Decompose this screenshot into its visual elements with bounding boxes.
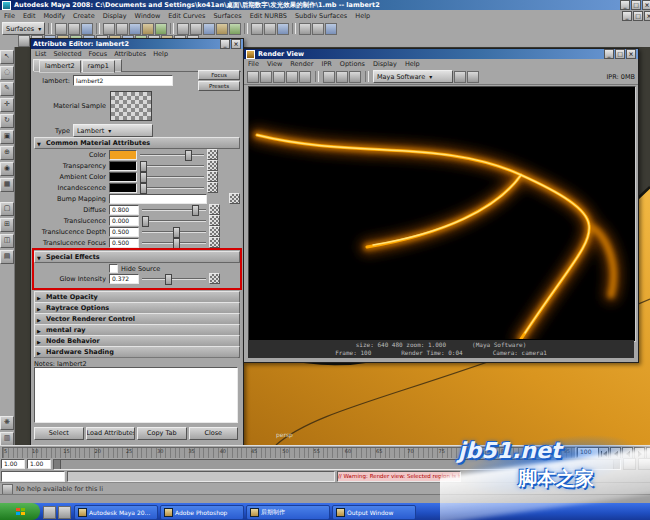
snap-plane-icon[interactable] bbox=[216, 23, 228, 35]
map-button[interactable] bbox=[209, 237, 220, 248]
color-slider[interactable] bbox=[140, 150, 204, 159]
map-button[interactable] bbox=[209, 226, 220, 237]
last-tool-icon[interactable]: ▦ bbox=[0, 178, 14, 192]
node-name-field[interactable]: lambert2 bbox=[73, 75, 173, 86]
render-current-frame-icon[interactable] bbox=[299, 23, 311, 35]
scene-close-icon[interactable] bbox=[644, 11, 650, 21]
menu-item[interactable]: File bbox=[248, 60, 259, 68]
menu-item[interactable]: View bbox=[267, 60, 282, 68]
rotate-tool-icon[interactable]: ↻ bbox=[0, 114, 14, 128]
help-toggle-icon[interactable] bbox=[2, 484, 13, 495]
snap-grid-icon[interactable] bbox=[177, 23, 189, 35]
range-end-handle[interactable] bbox=[613, 460, 620, 469]
menu-item[interactable]: Attributes bbox=[114, 50, 146, 58]
menu-item[interactable]: Display bbox=[373, 60, 397, 68]
playback-start-field[interactable]: 1.00 bbox=[27, 459, 51, 469]
menu-item[interactable]: Create bbox=[73, 12, 95, 20]
show-manip-icon[interactable]: ◉ bbox=[0, 162, 14, 176]
map-button[interactable] bbox=[207, 171, 218, 182]
section-common-material[interactable]: Common Material Attributes bbox=[34, 137, 240, 149]
renderer-dropdown[interactable]: Maya Software bbox=[373, 70, 453, 83]
glow-intensity-field[interactable]: 0.372 bbox=[109, 274, 139, 284]
taskbar-window-button[interactable]: Output Window bbox=[332, 505, 416, 520]
focus-button[interactable]: Focus bbox=[198, 70, 240, 80]
notes-textarea[interactable] bbox=[34, 367, 238, 423]
menu-item[interactable]: Display bbox=[103, 12, 127, 20]
translucence-depth-slider[interactable] bbox=[142, 227, 206, 236]
map-button[interactable] bbox=[209, 273, 220, 284]
render-view-titlebar[interactable]: Render View bbox=[244, 49, 638, 59]
ipr-render-icon[interactable] bbox=[312, 23, 324, 35]
map-button[interactable] bbox=[207, 182, 218, 193]
menu-item[interactable]: Surfaces bbox=[213, 12, 241, 20]
bump-mapping-field[interactable] bbox=[109, 194, 207, 204]
translucence-slider[interactable] bbox=[142, 216, 206, 225]
construction-history-icon[interactable] bbox=[251, 23, 263, 35]
menu-item[interactable]: Modify bbox=[43, 12, 65, 20]
editor-action-button[interactable]: Close bbox=[189, 427, 239, 440]
alpha-channel-icon[interactable] bbox=[336, 71, 348, 83]
menu-set-dropdown[interactable]: Surfaces bbox=[2, 22, 45, 35]
taskbar-window-button[interactable]: 后期制作 bbox=[246, 505, 330, 520]
render-region-icon[interactable] bbox=[260, 71, 272, 83]
select-tool-icon[interactable]: ↖ bbox=[0, 50, 14, 64]
command-line-input[interactable] bbox=[1, 471, 65, 482]
attribute-editor-titlebar[interactable]: Attribute Editor: lambert2 bbox=[31, 39, 243, 49]
snap-point-icon[interactable] bbox=[203, 23, 215, 35]
render-settings-icon[interactable] bbox=[325, 23, 337, 35]
menu-item[interactable]: File bbox=[4, 12, 15, 20]
node-tab[interactable]: ramp1 bbox=[82, 60, 115, 73]
lasso-tool-icon[interactable]: ◌ bbox=[0, 66, 14, 80]
map-button[interactable] bbox=[209, 215, 220, 226]
menu-item[interactable]: List bbox=[35, 50, 46, 58]
quick-launch-icon[interactable] bbox=[58, 506, 71, 519]
shelf-item-icon[interactable] bbox=[18, 35, 30, 47]
refresh-ipr-icon[interactable] bbox=[299, 71, 311, 83]
scene-maximize-icon[interactable] bbox=[633, 11, 643, 21]
minimize-icon[interactable] bbox=[620, 0, 630, 10]
translucence-focus-slider[interactable] bbox=[142, 238, 206, 247]
editor-action-button[interactable]: Select bbox=[34, 427, 84, 440]
snap-curve-icon[interactable] bbox=[190, 23, 202, 35]
hypergraph-layout-icon[interactable]: ▤ bbox=[0, 250, 14, 264]
menu-item[interactable]: Render bbox=[290, 60, 313, 68]
menu-item[interactable]: Help bbox=[405, 60, 420, 68]
select-component-icon[interactable] bbox=[129, 23, 141, 35]
editor-action-button[interactable]: Copy Tab bbox=[137, 427, 187, 440]
animation-preferences-icon[interactable] bbox=[638, 458, 650, 470]
menu-item[interactable]: Help bbox=[355, 12, 370, 20]
node-tab[interactable]: lambert2 bbox=[39, 60, 81, 73]
minimize-icon[interactable] bbox=[220, 39, 230, 49]
range-start-handle[interactable] bbox=[54, 460, 61, 469]
select-mask-icon[interactable] bbox=[142, 23, 154, 35]
ipr-render-icon[interactable] bbox=[286, 71, 298, 83]
taskbar-window-button[interactable]: Autodesk Maya 20... bbox=[74, 505, 158, 520]
select-hierarchy-icon[interactable] bbox=[103, 23, 115, 35]
render-image-frame[interactable] bbox=[248, 86, 636, 342]
map-button[interactable] bbox=[229, 193, 240, 204]
ambient-slider[interactable] bbox=[140, 172, 204, 181]
menu-item[interactable]: Help bbox=[153, 50, 168, 58]
translucence-depth-field[interactable]: 0.500 bbox=[109, 227, 139, 237]
scale-tool-icon[interactable]: ▣ bbox=[0, 130, 14, 144]
menu-item[interactable]: Focus bbox=[89, 50, 108, 58]
menu-item[interactable]: Edit NURBS bbox=[250, 12, 287, 20]
material-sample-swatch[interactable] bbox=[110, 91, 152, 121]
diffuse-field[interactable]: 0.800 bbox=[109, 205, 139, 215]
snapshot-icon[interactable] bbox=[273, 71, 285, 83]
presets-button[interactable]: Presets bbox=[198, 81, 240, 91]
transparency-slider[interactable] bbox=[140, 161, 204, 170]
universal-manip-icon[interactable]: ⊕ bbox=[0, 146, 14, 160]
transparency-swatch[interactable] bbox=[109, 161, 137, 171]
minimize-icon[interactable] bbox=[604, 49, 614, 59]
incandescence-slider[interactable] bbox=[140, 183, 204, 192]
animation-pref-icon[interactable]: ▥ bbox=[0, 432, 14, 446]
list-input-icon[interactable] bbox=[264, 23, 276, 35]
hide-source-checkbox[interactable] bbox=[109, 264, 118, 273]
translucence-focus-field[interactable]: 0.500 bbox=[109, 238, 139, 248]
menu-item[interactable]: Selected bbox=[53, 50, 81, 58]
quick-launch-icon[interactable] bbox=[43, 506, 56, 519]
select-mask-icon[interactable] bbox=[155, 23, 167, 35]
translucence-field[interactable]: 0.000 bbox=[109, 216, 139, 226]
1-1-zoom-icon[interactable] bbox=[349, 71, 361, 83]
